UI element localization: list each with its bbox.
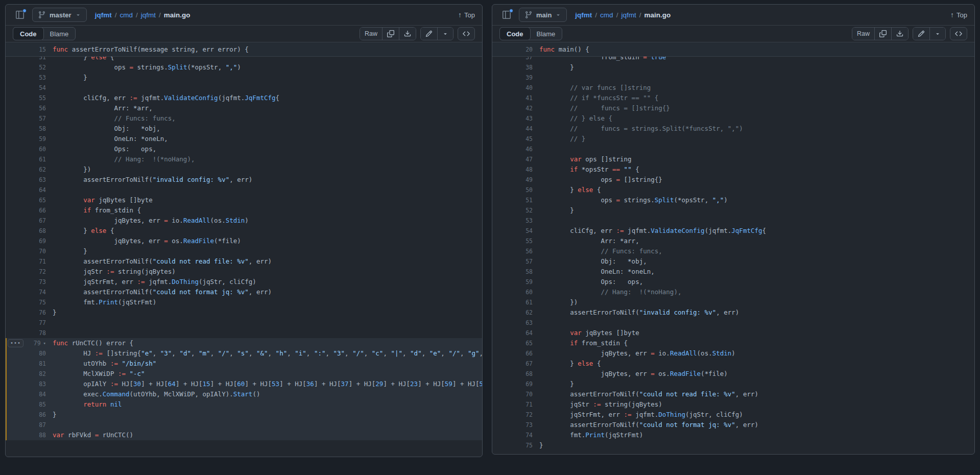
line-number[interactable]: 77	[39, 318, 46, 328]
line-number[interactable]: 56	[39, 103, 46, 113]
line-number[interactable]: 79	[34, 338, 41, 348]
line-number[interactable]: 52	[39, 62, 46, 73]
line-number[interactable]: 73	[39, 277, 46, 287]
copy-button[interactable]	[874, 28, 891, 40]
tab-code[interactable]: Code	[499, 27, 531, 40]
line-number[interactable]: 42	[525, 103, 533, 113]
file-tree-toggle-button[interactable]	[13, 8, 27, 21]
edit-button[interactable]	[913, 28, 929, 40]
line-number[interactable]: 80	[39, 348, 46, 359]
breadcrumb-segment-link[interactable]: jqfmt	[141, 11, 156, 19]
line-number[interactable]: 65	[39, 195, 46, 205]
line-number[interactable]: 57	[39, 113, 46, 124]
line-number[interactable]: 38	[525, 62, 533, 73]
line-number[interactable]: 75	[39, 297, 46, 307]
line-number[interactable]: 39	[525, 73, 533, 83]
line-number[interactable]: 67	[525, 359, 533, 369]
line-number[interactable]: 61	[525, 297, 533, 307]
symbols-pane-button[interactable]	[458, 27, 475, 40]
edit-button[interactable]	[421, 28, 437, 40]
back-to-top-link[interactable]: ↑ Top	[458, 11, 475, 19]
expand-code-section-button[interactable]: •••	[8, 339, 23, 347]
breadcrumb-repo-link[interactable]: jqfmt	[575, 11, 592, 19]
line-number[interactable]: 81	[39, 359, 46, 369]
breadcrumb-segment-link[interactable]: cmd	[119, 11, 133, 19]
line-number[interactable]: 55	[525, 236, 533, 246]
line-number[interactable]: 61	[39, 154, 46, 164]
line-number[interactable]: 53	[525, 216, 533, 226]
tab-blame[interactable]: Blame	[43, 28, 76, 40]
line-number[interactable]: 53	[39, 73, 46, 83]
line-number[interactable]: 65	[525, 338, 533, 348]
edit-dropdown-button[interactable]	[437, 28, 453, 40]
raw-button[interactable]: Raw	[360, 28, 382, 40]
line-number[interactable]: 58	[39, 124, 46, 134]
line-number[interactable]: 68	[39, 226, 46, 236]
line-number[interactable]: 54	[525, 226, 533, 236]
line-number[interactable]: 70	[525, 389, 533, 399]
line-number[interactable]: 87	[39, 420, 46, 430]
line-number[interactable]: 51	[39, 57, 46, 62]
line-number[interactable]: 55	[39, 93, 46, 103]
line-number[interactable]: 59	[525, 277, 533, 287]
line-number[interactable]: 48	[525, 164, 533, 175]
line-number[interactable]: 71	[525, 399, 533, 410]
line-number[interactable]: 63	[39, 175, 46, 185]
line-number[interactable]: 82	[39, 369, 46, 379]
line-number[interactable]: 78	[39, 328, 46, 338]
download-button[interactable]	[891, 28, 908, 40]
line-number[interactable]: 84	[39, 389, 46, 399]
line-number[interactable]: 40	[525, 83, 533, 93]
tab-code[interactable]: Code	[13, 27, 44, 40]
line-number[interactable]: 88	[39, 430, 46, 440]
branch-selector[interactable]: master	[32, 8, 87, 22]
line-number[interactable]: 44	[525, 124, 533, 134]
tab-blame[interactable]: Blame	[530, 28, 562, 40]
line-number[interactable]: 54	[39, 83, 46, 93]
line-number[interactable]: 51	[525, 195, 533, 205]
line-number[interactable]: 59	[39, 134, 46, 144]
symbols-pane-button[interactable]	[950, 27, 967, 40]
line-number[interactable]: 85	[39, 399, 46, 410]
line-number[interactable]: 41	[525, 93, 533, 103]
line-number[interactable]: 15	[39, 44, 46, 55]
line-number[interactable]: 72	[525, 410, 533, 420]
line-number[interactable]: 73	[525, 420, 533, 430]
line-number[interactable]: 62	[525, 307, 533, 318]
line-number[interactable]: 66	[525, 348, 533, 359]
line-number[interactable]: 43	[525, 113, 533, 124]
download-button[interactable]	[399, 28, 416, 40]
line-number[interactable]: 72	[39, 267, 46, 277]
line-number[interactable]: 86	[39, 410, 46, 420]
line-number[interactable]: 74	[525, 430, 533, 440]
line-number[interactable]: 69	[525, 379, 533, 389]
line-number[interactable]: 70	[39, 246, 46, 256]
line-number[interactable]: 63	[525, 318, 533, 328]
line-number[interactable]: 58	[525, 267, 533, 277]
line-number[interactable]: 64	[525, 328, 533, 338]
line-number[interactable]: 56	[525, 246, 533, 256]
edit-dropdown-button[interactable]	[929, 28, 945, 40]
line-number[interactable]: 45	[525, 134, 533, 144]
line-number[interactable]: 49	[525, 175, 533, 185]
line-number[interactable]: 76	[39, 307, 46, 318]
line-number[interactable]: 20	[525, 44, 533, 55]
line-number[interactable]: 71	[39, 256, 46, 267]
branch-selector[interactable]: main	[519, 8, 567, 22]
file-tree-toggle-button[interactable]	[499, 8, 514, 21]
line-number[interactable]: 75	[525, 440, 533, 450]
breadcrumb-segment-link[interactable]: cmd	[600, 11, 613, 19]
breadcrumb-repo-link[interactable]: jqfmt	[95, 11, 112, 19]
line-number[interactable]: 64	[39, 185, 46, 195]
back-to-top-link[interactable]: ↑ Top	[950, 11, 967, 19]
copy-button[interactable]	[382, 28, 399, 40]
line-number[interactable]: 74	[39, 287, 46, 297]
raw-button[interactable]: Raw	[852, 28, 874, 40]
line-number[interactable]: 47	[525, 154, 533, 164]
line-number[interactable]: 66	[39, 205, 46, 216]
line-number[interactable]: 60	[525, 287, 533, 297]
line-number[interactable]: 60	[39, 144, 46, 154]
line-number[interactable]: 67	[39, 216, 46, 226]
line-number[interactable]: 68	[525, 369, 533, 379]
line-number[interactable]: 62	[39, 164, 46, 175]
